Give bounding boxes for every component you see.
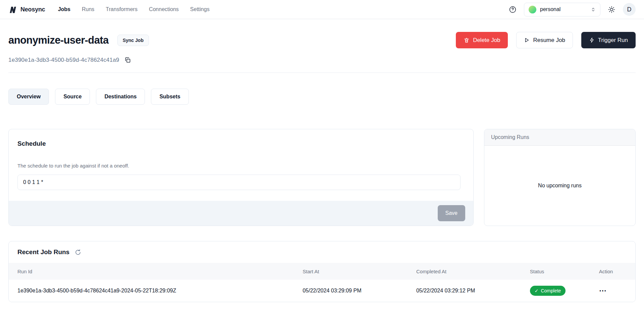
recent-runs-table: Run Id Start At Completed At Status Acti… — [9, 263, 635, 302]
header-actions: Delete Job Resume Job Trigger Run — [456, 32, 636, 48]
job-id-text: 1e390e1a-3db3-4500-b59d-4c78624c41a9 — [8, 57, 119, 63]
recent-runs-table-header: Run Id Start At Completed At Status Acti… — [9, 263, 635, 280]
job-tabs: Overview Source Destinations Subsets — [8, 89, 636, 105]
schedule-card: Schedule The schedule to run the job aga… — [8, 129, 474, 226]
overview-cards-row: Schedule The schedule to run the job aga… — [8, 129, 636, 226]
recent-runs-title: Recent Job Runs — [17, 248, 69, 256]
recent-runs-header: Recent Job Runs — [9, 241, 635, 263]
tab-subsets[interactable]: Subsets — [151, 89, 189, 105]
completed-at-cell: 05/22/2024 03:29:12 PM — [416, 288, 530, 294]
topbar-right-cluster: personal D — [509, 3, 636, 16]
page-title: anonymize-user-data — [8, 34, 109, 46]
nav-item-transformers[interactable]: Transformers — [106, 6, 138, 12]
trash-icon — [464, 37, 470, 43]
workspace-avatar — [529, 6, 536, 13]
tab-overview[interactable]: Overview — [8, 89, 49, 105]
lightning-bolt-icon — [589, 37, 595, 43]
workspace-name: personal — [540, 6, 560, 12]
start-at-cell: 05/22/2024 03:29:09 PM — [303, 288, 416, 294]
page-header: anonymize-user-data Sync Job Delete Job … — [8, 32, 636, 48]
trigger-run-label: Trigger Run — [598, 37, 628, 44]
schedule-title: Schedule — [17, 140, 465, 147]
neosync-logo-icon — [8, 5, 17, 14]
trigger-run-button[interactable]: Trigger Run — [581, 32, 636, 48]
tab-destinations[interactable]: Destinations — [96, 89, 145, 105]
nav-item-runs[interactable]: Runs — [82, 6, 94, 12]
schedule-card-body: Schedule The schedule to run the job aga… — [9, 129, 473, 190]
job-detail-page: anonymize-user-data Sync Job Delete Job … — [0, 32, 644, 302]
column-header-run-id: Run Id — [17, 269, 303, 274]
table-row[interactable]: 1e390e1a-3db3-4500-b59d-4c78624c41a9-202… — [9, 280, 635, 302]
schedule-description: The schedule to run the job against if n… — [17, 163, 465, 169]
status-label: Complete — [541, 288, 561, 293]
recent-job-runs-card: Recent Job Runs Run Id Start At Complete… — [8, 241, 636, 302]
check-icon: ✓ — [535, 288, 539, 293]
cron-schedule-input[interactable] — [17, 175, 461, 190]
upcoming-runs-header: Upcoming Runs — [484, 129, 635, 146]
nav-item-connections[interactable]: Connections — [149, 6, 179, 12]
row-actions-menu-icon[interactable]: ⋯ — [599, 289, 627, 292]
chevron-up-down-icon — [590, 7, 596, 12]
user-avatar[interactable]: D — [623, 3, 636, 16]
column-header-status: Status — [530, 269, 599, 274]
schedule-card-footer: Save — [9, 201, 473, 226]
upcoming-runs-card: Upcoming Runs No upcoming runs — [484, 129, 636, 226]
play-icon — [524, 37, 530, 43]
tab-source[interactable]: Source — [55, 89, 90, 105]
nav-item-jobs[interactable]: Jobs — [58, 6, 70, 12]
column-header-start-at: Start At — [303, 269, 416, 274]
column-header-action: Action — [599, 269, 627, 274]
help-icon[interactable] — [509, 6, 517, 13]
status-badge[interactable]: ✓ Complete — [530, 286, 566, 296]
copy-icon[interactable] — [124, 56, 131, 63]
header-divider — [8, 73, 636, 73]
delete-job-label: Delete Job — [473, 37, 500, 44]
job-type-badge: Sync Job — [117, 35, 149, 46]
resume-job-button[interactable]: Resume Job — [516, 32, 573, 48]
refresh-icon[interactable] — [74, 249, 82, 256]
main-nav: Jobs Runs Transformers Connections Setti… — [58, 6, 210, 12]
neosync-logo[interactable]: Neosync — [8, 5, 45, 14]
column-header-completed-at: Completed At — [416, 269, 530, 274]
job-id-row: 1e390e1a-3db3-4500-b59d-4c78624c41a9 — [8, 56, 636, 63]
brand-name: Neosync — [20, 6, 45, 13]
workspace-selector[interactable]: personal — [524, 3, 600, 16]
top-navigation-bar: Neosync Jobs Runs Transformers Connectio… — [0, 0, 644, 19]
upcoming-runs-body: No upcoming runs — [484, 146, 635, 226]
user-avatar-initial: D — [627, 6, 632, 13]
nav-item-settings[interactable]: Settings — [190, 6, 210, 12]
resume-job-label: Resume Job — [533, 37, 565, 44]
upcoming-runs-empty-message: No upcoming runs — [538, 183, 582, 189]
delete-job-button[interactable]: Delete Job — [456, 32, 508, 48]
theme-toggle-sun-icon[interactable] — [608, 6, 615, 13]
save-schedule-button[interactable]: Save — [438, 205, 465, 221]
run-id-cell[interactable]: 1e390e1a-3db3-4500-b59d-4c78624c41a9-202… — [17, 288, 303, 294]
